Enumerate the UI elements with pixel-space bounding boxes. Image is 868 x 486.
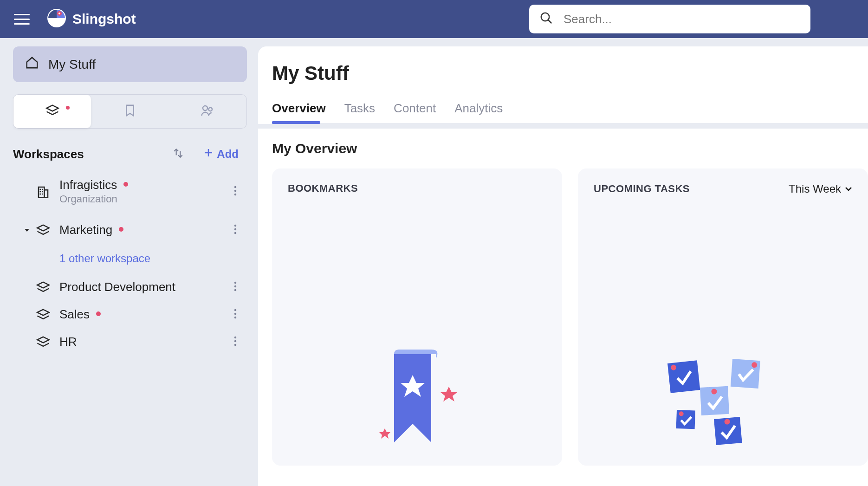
more-vertical-icon	[234, 185, 237, 198]
svg-rect-47	[676, 410, 695, 429]
svg-point-20	[234, 193, 236, 195]
building-icon	[33, 185, 53, 199]
sidebar-item-my-stuff[interactable]: My Stuff	[13, 46, 247, 82]
people-icon	[201, 104, 214, 119]
bookmarks-card: BOOKMARKS	[272, 168, 562, 466]
svg-marker-34	[38, 337, 49, 343]
svg-point-24	[234, 228, 236, 230]
workspace-label: Product Development	[59, 280, 175, 294]
workspace-more-button[interactable]	[228, 185, 242, 198]
dropdown-label: This Week	[789, 182, 841, 195]
tasks-range-dropdown[interactable]: This Week	[789, 182, 852, 195]
bookmark-illustration	[366, 350, 468, 454]
svg-marker-30	[38, 309, 49, 315]
workspace-more-button[interactable]	[228, 336, 242, 349]
chevron-down-icon	[845, 182, 852, 195]
svg-marker-40	[379, 428, 390, 439]
brand-name: Slingshot	[72, 11, 136, 27]
section-title: My Overview	[272, 141, 868, 156]
svg-point-29	[234, 289, 236, 291]
svg-marker-21	[25, 229, 29, 232]
layers-icon	[33, 308, 53, 322]
search-box[interactable]	[529, 5, 810, 33]
card-title: BOOKMARKS	[288, 182, 358, 194]
tab-tasks[interactable]: Tasks	[344, 101, 375, 123]
sidebar-tab-workspaces[interactable]	[13, 95, 91, 128]
svg-point-2	[58, 13, 60, 14]
notification-dot	[119, 227, 123, 232]
svg-point-28	[234, 285, 236, 287]
workspace-item-product-development[interactable]: Product Development	[13, 273, 247, 301]
add-workspace-button[interactable]: Add	[198, 144, 243, 164]
svg-point-37	[234, 343, 236, 345]
svg-rect-10	[39, 187, 45, 198]
sidebar-tab-bookmarks[interactable]	[91, 95, 168, 128]
svg-point-32	[234, 312, 236, 314]
sidebar-tab-people[interactable]	[169, 95, 246, 128]
my-stuff-label: My Stuff	[48, 57, 96, 72]
workspace-more-button[interactable]	[228, 224, 242, 237]
page-title: My Stuff	[272, 62, 868, 84]
svg-point-31	[234, 309, 236, 311]
tab-overview[interactable]: Overview	[272, 101, 326, 123]
notification-dot	[123, 182, 128, 187]
workspace-item-marketing[interactable]: Marketing	[13, 216, 247, 244]
layers-icon	[33, 280, 53, 294]
slingshot-logo-icon	[47, 9, 66, 29]
hamburger-menu-icon[interactable]	[14, 14, 30, 25]
workspace-label: Marketing	[59, 223, 112, 237]
sort-button[interactable]	[168, 144, 189, 164]
brand-logo[interactable]: Slingshot	[47, 9, 136, 29]
svg-line-4	[548, 20, 552, 24]
workspace-more-button[interactable]	[228, 308, 242, 321]
bookmark-icon	[123, 104, 137, 119]
tab-content[interactable]: Content	[394, 101, 436, 123]
more-vertical-icon	[234, 336, 237, 349]
tasks-illustration	[663, 354, 784, 449]
add-label: Add	[217, 148, 239, 161]
tab-analytics[interactable]: Analytics	[454, 101, 503, 123]
layers-icon	[45, 104, 59, 119]
svg-marker-39	[440, 387, 457, 402]
svg-point-3	[541, 13, 550, 21]
sort-icon	[172, 147, 184, 161]
workspace-item-hr[interactable]: HR	[13, 328, 247, 356]
svg-point-7	[209, 108, 213, 111]
svg-marker-22	[38, 225, 49, 231]
other-workspace-link[interactable]: 1 other workspace	[13, 244, 247, 273]
notification-dot	[66, 106, 70, 110]
svg-point-27	[234, 281, 236, 283]
sidebar-tab-row	[13, 94, 247, 129]
more-vertical-icon	[234, 224, 237, 237]
home-icon	[25, 56, 39, 73]
workspace-subtitle: Organization	[59, 193, 228, 205]
workspace-item-infragistics[interactable]: Infragistics Organization	[13, 173, 247, 208]
more-vertical-icon	[234, 281, 237, 294]
workspace-label: Infragistics	[59, 178, 117, 192]
svg-point-33	[234, 316, 236, 318]
notification-dot	[96, 311, 101, 316]
workspace-label: Sales	[59, 307, 90, 321]
main-tabs: Overview Tasks Content Analytics	[272, 101, 868, 124]
svg-point-18	[234, 186, 236, 188]
chevron-down-icon	[24, 227, 32, 233]
svg-marker-5	[46, 105, 58, 111]
more-vertical-icon	[234, 308, 237, 321]
search-input[interactable]	[564, 12, 800, 26]
svg-point-19	[234, 189, 236, 191]
sidebar: My Stuff	[13, 46, 247, 486]
workspace-more-button[interactable]	[228, 281, 242, 294]
svg-point-35	[234, 336, 236, 338]
plus-icon	[203, 147, 214, 161]
svg-point-6	[203, 106, 207, 110]
workspace-label: HR	[59, 335, 77, 349]
workspaces-title: Workspaces	[13, 147, 168, 162]
workspace-item-sales[interactable]: Sales	[13, 301, 247, 328]
main-content: My Stuff Overview Tasks Content Analytic…	[258, 46, 868, 486]
workspaces-header: Workspaces Add	[13, 144, 247, 173]
app-header: Slingshot	[0, 0, 868, 38]
svg-point-36	[234, 340, 236, 342]
layers-icon	[33, 335, 53, 349]
search-icon	[539, 11, 564, 27]
svg-marker-26	[38, 282, 49, 288]
